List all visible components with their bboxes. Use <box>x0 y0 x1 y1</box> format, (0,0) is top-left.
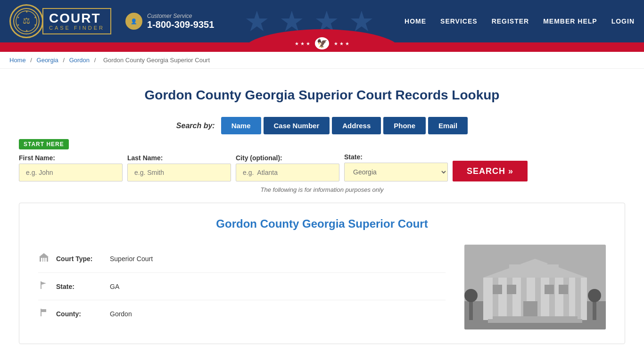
county-flag-icon <box>38 308 50 320</box>
customer-service-label: Customer Service <box>147 13 214 19</box>
nav-home[interactable]: HOME <box>405 17 426 25</box>
logo-area: ★ ★ ★ ★ ★ ★ ⚖ COURT CASE FINDER <box>9 4 111 38</box>
svg-rect-31 <box>493 285 502 294</box>
city-field: City (optional): <box>236 154 339 181</box>
nav-member-help[interactable]: MEMBER HELP <box>543 17 597 25</box>
tab-phone[interactable]: Phone <box>383 117 426 134</box>
first-name-field: First Name: <box>19 154 123 181</box>
search-by-label: Search by: <box>176 122 215 130</box>
breadcrumb-georgia[interactable]: Georgia <box>37 57 58 64</box>
last-name-input[interactable] <box>127 164 231 181</box>
breadcrumb-sep: / <box>94 57 98 64</box>
decorative-star: ★ <box>244 5 270 38</box>
svg-rect-29 <box>575 278 581 320</box>
court-detail-type: Court Type: Superior Court <box>38 245 446 273</box>
svg-rect-34 <box>559 285 568 294</box>
svg-rect-24 <box>507 278 512 320</box>
wave-star-left: ★ ★ ★ <box>295 41 310 46</box>
breadcrumb: Home / Georgia / Gordon / Gordon County … <box>0 52 644 69</box>
court-details-row: Court Type: Superior Court State: GA <box>38 245 606 329</box>
red-wave-bar: ★ ★ ★ 🦅 ★ ★ ★ <box>0 42 644 52</box>
last-name-field: Last Name: <box>127 154 231 181</box>
last-name-label: Last Name: <box>127 154 231 162</box>
nav-register[interactable]: REGISTER <box>492 17 529 25</box>
search-button[interactable]: SEARCH » <box>453 161 528 181</box>
search-form: First Name: Last Name: City (optional): … <box>19 153 625 181</box>
court-detail-state: State: GA <box>38 273 446 300</box>
breadcrumb-current: Gordon County Georgia Superior Court <box>103 57 210 64</box>
svg-text:★: ★ <box>25 29 28 32</box>
wave-content: ★ ★ ★ 🦅 ★ ★ ★ <box>295 37 349 49</box>
svg-marker-16 <box>41 282 46 285</box>
logo-icon: ★ ★ ★ ★ ★ ★ ⚖ <box>13 8 40 34</box>
court-type-label: Court Type: <box>56 255 103 263</box>
state-field: State: Georgia Alabama Florida Tennessee <box>344 153 448 181</box>
svg-marker-11 <box>39 253 49 257</box>
breadcrumb-gordon[interactable]: Gordon <box>69 57 90 64</box>
svg-rect-23 <box>493 278 498 320</box>
svg-rect-13 <box>43 258 45 262</box>
flag-icon <box>38 280 50 292</box>
logo-circle: ★ ★ ★ ★ ★ ★ ⚖ <box>9 4 43 38</box>
logo-case-finder-text: CASE FINDER <box>49 25 105 31</box>
svg-text:★: ★ <box>17 16 19 19</box>
svg-point-42 <box>464 289 478 302</box>
svg-rect-35 <box>488 319 582 323</box>
header-phone: 👤 Customer Service 1-800-309-9351 <box>125 13 214 30</box>
search-by-row: Search by: Name Case Number Address Phon… <box>19 117 625 134</box>
svg-text:★: ★ <box>25 10 28 13</box>
tab-name[interactable]: Name <box>221 117 261 134</box>
breadcrumb-home[interactable]: Home <box>9 57 26 64</box>
breadcrumb-sep: / <box>63 57 66 64</box>
nav-services[interactable]: SERVICES <box>440 17 478 25</box>
svg-text:★: ★ <box>34 16 36 19</box>
court-info-title: Gordon County Georgia Superior Court <box>38 217 606 230</box>
phone-number: 1-800-309-9351 <box>147 19 214 30</box>
state-value: GA <box>110 283 119 290</box>
logo-text-box: COURT CASE FINDER <box>42 8 111 34</box>
county-label: County: <box>56 310 103 318</box>
state-label: State: <box>344 153 448 161</box>
wave-star-right: ★ ★ ★ <box>334 41 349 46</box>
logo-court-text: COURT <box>49 12 105 25</box>
main-content: Gordon County Georgia Superior Court Rec… <box>0 69 644 354</box>
svg-rect-18 <box>41 309 46 312</box>
nav-login[interactable]: LOGIN <box>611 17 635 25</box>
svg-rect-27 <box>549 278 555 320</box>
state-label-detail: State: <box>56 283 103 290</box>
svg-rect-32 <box>507 285 516 294</box>
state-select[interactable]: Georgia Alabama Florida Tennessee <box>344 163 448 181</box>
svg-rect-14 <box>45 258 47 262</box>
svg-rect-37 <box>509 264 521 276</box>
first-name-label: First Name: <box>19 154 123 162</box>
info-note: The following is for information purpose… <box>19 186 625 193</box>
tab-case-number[interactable]: Case Number <box>264 117 330 134</box>
svg-text:👤: 👤 <box>131 18 137 25</box>
eagle-emblem: 🦅 <box>315 37 329 49</box>
svg-text:★: ★ <box>17 24 19 26</box>
main-nav: HOME SERVICES REGISTER MEMBER HELP LOGIN <box>405 17 635 25</box>
courthouse-icon <box>38 252 50 265</box>
city-label: City (optional): <box>236 154 339 162</box>
city-input[interactable] <box>236 164 339 181</box>
tab-address[interactable]: Address <box>332 117 381 134</box>
svg-rect-15 <box>41 281 41 289</box>
court-type-value: Superior Court <box>110 255 153 263</box>
svg-rect-28 <box>563 278 569 320</box>
tab-email[interactable]: Email <box>428 117 468 134</box>
svg-rect-38 <box>547 264 559 276</box>
phone-info: Customer Service 1-800-309-9351 <box>147 13 214 30</box>
svg-point-44 <box>588 289 601 302</box>
page-title: Gordon County Georgia Superior Court Rec… <box>19 88 625 103</box>
svg-rect-36 <box>493 316 578 319</box>
svg-rect-33 <box>545 285 554 294</box>
phone-icon: 👤 <box>125 13 142 30</box>
svg-rect-17 <box>41 309 41 316</box>
county-value: Gordon <box>110 310 132 318</box>
first-name-input[interactable] <box>19 164 123 181</box>
breadcrumb-sep: / <box>30 57 33 64</box>
svg-text:⚖: ⚖ <box>23 16 30 25</box>
court-details-left: Court Type: Superior Court State: GA <box>38 245 446 329</box>
svg-text:★: ★ <box>34 24 36 26</box>
court-building-image <box>464 245 606 329</box>
